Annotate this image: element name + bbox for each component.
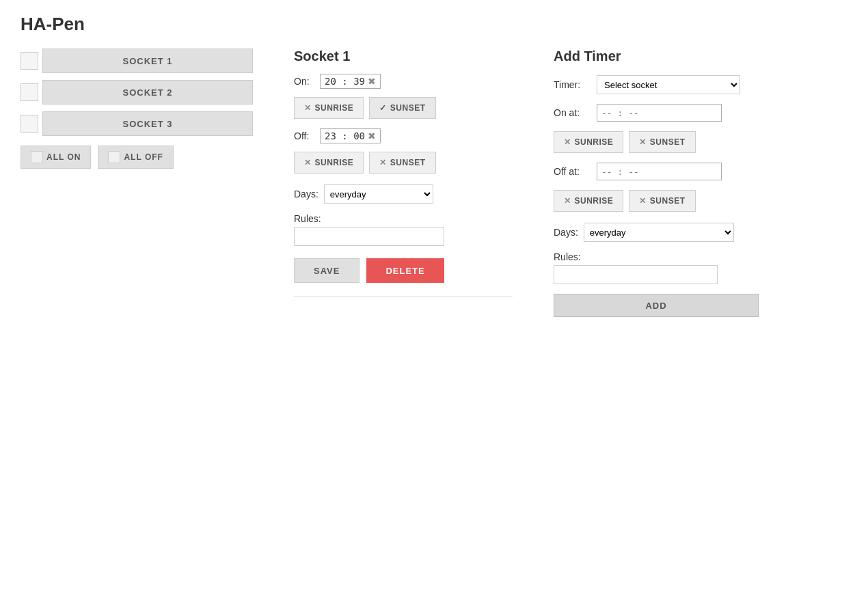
add-off-sunset-x-icon: ✕ <box>639 196 647 206</box>
add-off-sunrise-sunset-row: ✕ SUNRISE ✕ SUNSET <box>554 190 759 212</box>
add-on-sunrise-button[interactable]: ✕ SUNRISE <box>554 131 623 153</box>
rules-input[interactable] <box>294 227 444 246</box>
app-title: HA-Pen <box>0 0 868 42</box>
socket3-row: SOCKET 3 <box>21 111 253 136</box>
on-sunrise-button[interactable]: ✕ SUNRISE <box>294 97 364 119</box>
on-sunrise-x-icon: ✕ <box>304 103 312 113</box>
socket1-row: SOCKET 1 <box>21 49 253 73</box>
on-sunrise-sunset-row: ✕ SUNRISE ✓ SUNSET <box>294 97 513 119</box>
off-sunrise-sunset-row: ✕ SUNRISE ✕ SUNSET <box>294 152 513 174</box>
socket2-checkbox[interactable] <box>21 83 38 101</box>
add-on-at-label: On at: <box>554 107 591 118</box>
on-time-value: 20 : 39 <box>325 76 365 87</box>
add-off-sunrise-label: SUNRISE <box>575 196 614 206</box>
off-time-box[interactable]: 23 : 00 ✖ <box>320 128 381 143</box>
off-time-value: 23 : 00 <box>325 130 365 141</box>
timer-socket-row: Timer: Select socket Socket 1 Socket 2 S… <box>554 75 759 94</box>
off-sunset-button[interactable]: ✕ SUNSET <box>369 152 435 174</box>
on-time-clear[interactable]: ✖ <box>368 77 376 86</box>
off-time-row: Off: 23 : 00 ✖ <box>294 128 513 143</box>
add-on-sunrise-label: SUNRISE <box>575 137 614 147</box>
timer-label: Timer: <box>554 79 591 90</box>
days-select[interactable]: everyday weekdays weekends monday tuesda… <box>324 184 433 204</box>
add-days-label: Days: <box>554 227 578 238</box>
all-buttons-row: ALL ON ALL OFF <box>21 146 253 169</box>
socket1-button[interactable]: SOCKET 1 <box>42 49 253 73</box>
delete-button[interactable]: DELETE <box>366 258 444 283</box>
all-on-label: ALL ON <box>46 152 81 162</box>
off-sunrise-button[interactable]: ✕ SUNRISE <box>294 152 364 174</box>
add-off-at-label: Off at: <box>554 166 591 177</box>
action-buttons-row: SAVE DELETE <box>294 258 513 283</box>
add-on-sunset-label: SUNSET <box>650 137 686 147</box>
on-label: On: <box>294 76 314 87</box>
all-on-checkbox[interactable] <box>31 151 43 163</box>
on-sunset-label: SUNSET <box>390 103 426 113</box>
add-off-at-input[interactable] <box>597 163 722 180</box>
days-label: Days: <box>294 189 318 199</box>
off-time-clear[interactable]: ✖ <box>368 131 376 141</box>
on-time-box[interactable]: 20 : 39 ✖ <box>320 74 381 89</box>
socket1-checkbox[interactable] <box>21 52 38 70</box>
add-rules-label: Rules: <box>554 251 759 262</box>
days-row: Days: everyday weekdays weekends monday … <box>294 184 513 204</box>
socket-title: Socket 1 <box>294 49 513 64</box>
all-off-label: ALL OFF <box>124 152 163 162</box>
on-sunset-button[interactable]: ✓ SUNSET <box>369 97 435 119</box>
middle-panel: Socket 1 On: 20 : 39 ✖ ✕ SUNRISE ✓ SUNSE… <box>294 49 513 297</box>
add-rules-input[interactable] <box>554 265 718 284</box>
on-sunset-check-icon: ✓ <box>379 103 387 113</box>
add-on-sunset-x-icon: ✕ <box>639 137 647 147</box>
add-timer-title: Add Timer <box>554 49 759 64</box>
add-off-at-row: Off at: <box>554 163 759 180</box>
on-time-row: On: 20 : 39 ✖ <box>294 74 513 89</box>
add-off-sunrise-button[interactable]: ✕ SUNRISE <box>554 190 623 212</box>
add-on-at-input[interactable] <box>597 104 722 122</box>
add-days-row: Days: everyday weekdays weekends monday … <box>554 223 759 242</box>
socket-select[interactable]: Select socket Socket 1 Socket 2 Socket 3 <box>597 75 740 94</box>
socket3-button[interactable]: SOCKET 3 <box>42 111 253 136</box>
all-off-checkbox[interactable] <box>108 151 120 163</box>
socket2-row: SOCKET 2 <box>21 80 253 105</box>
add-on-sunset-button[interactable]: ✕ SUNSET <box>629 131 695 153</box>
socket2-button[interactable]: SOCKET 2 <box>42 80 253 105</box>
left-panel: SOCKET 1 SOCKET 2 SOCKET 3 ALL ON ALL OF… <box>21 49 253 169</box>
divider <box>294 296 513 297</box>
socket3-checkbox[interactable] <box>21 115 38 133</box>
on-sunrise-label: SUNRISE <box>315 103 354 113</box>
add-on-sunrise-x-icon: ✕ <box>564 137 571 147</box>
add-off-sunrise-x-icon: ✕ <box>564 196 571 206</box>
add-on-at-row: On at: <box>554 104 759 122</box>
off-sunrise-label: SUNRISE <box>315 158 354 167</box>
off-sunrise-x-icon: ✕ <box>304 158 312 167</box>
add-days-select[interactable]: everyday weekdays weekends monday tuesda… <box>584 223 734 242</box>
add-on-sunrise-sunset-row: ✕ SUNRISE ✕ SUNSET <box>554 131 759 153</box>
save-button[interactable]: SAVE <box>294 258 360 283</box>
all-off-button[interactable]: ALL OFF <box>98 146 173 169</box>
off-sunset-label: SUNSET <box>390 158 426 167</box>
add-button[interactable]: ADD <box>554 294 759 317</box>
off-label: Off: <box>294 130 314 141</box>
off-sunset-x-icon: ✕ <box>379 158 387 167</box>
add-rules-section: Rules: <box>554 251 759 284</box>
rules-label: Rules: <box>294 213 513 224</box>
add-off-sunset-label: SUNSET <box>650 196 686 206</box>
add-off-sunset-button[interactable]: ✕ SUNSET <box>629 190 695 212</box>
all-on-button[interactable]: ALL ON <box>21 146 91 169</box>
rules-section: Rules: <box>294 213 513 246</box>
right-panel: Add Timer Timer: Select socket Socket 1 … <box>554 49 759 317</box>
